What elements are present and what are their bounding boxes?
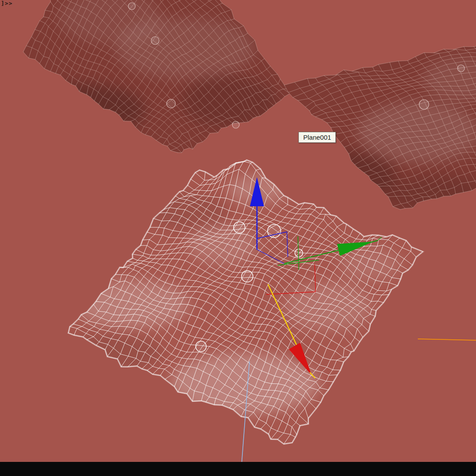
shirt-button <box>234 222 245 233</box>
shirt-button <box>151 37 159 45</box>
viewport-3d[interactable]: ]>> Plane001 <box>0 0 476 476</box>
status-bar <box>0 462 476 476</box>
mesh-shirt-selected[interactable] <box>57 160 423 444</box>
shirt-button <box>167 99 175 108</box>
object-name-tooltip: Plane001 <box>298 132 336 143</box>
shirt-button <box>196 341 206 352</box>
shirt-button <box>128 3 135 10</box>
shirt-button <box>232 121 239 128</box>
shirt-button <box>419 100 429 109</box>
scene-canvas[interactable] <box>0 0 476 476</box>
shirt-button <box>457 65 465 72</box>
viewport-canvas[interactable] <box>0 0 476 476</box>
mesh-shirt-back-right[interactable] <box>273 37 476 212</box>
viewport-prompt-label: ]>> <box>1 0 12 7</box>
grid-line-orange <box>418 339 476 340</box>
shirt-button <box>242 271 253 282</box>
shirt-button <box>295 249 303 257</box>
mesh-shirt-back-left[interactable] <box>13 0 296 153</box>
